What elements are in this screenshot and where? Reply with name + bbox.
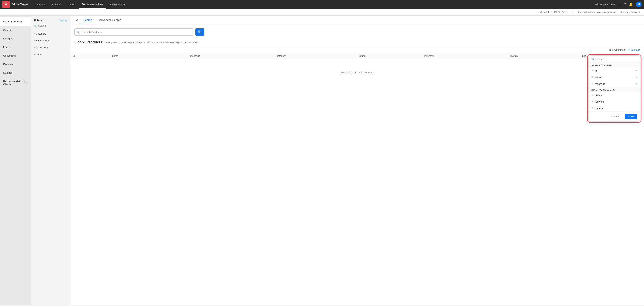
filter-search-box: 🔍 [31, 24, 70, 30]
filter-search-icon: 🔍 [34, 24, 37, 28]
col-id[interactable]: id [70, 53, 110, 59]
brand-name: Adobe Target [12, 3, 28, 6]
filter-category[interactable]: › Category [31, 30, 70, 37]
search-button[interactable]: 🔍 [196, 28, 204, 36]
back-button[interactable]: « [74, 16, 79, 24]
search-button-icon: 🔍 [198, 30, 202, 34]
sidebar-item-feeds[interactable]: Feeds [0, 43, 30, 52]
drag-handle-icon: ⠿ [592, 82, 593, 85]
main-layout: Catalog Search Criteria Designs Feeds Co… [0, 16, 644, 306]
remove-message-button[interactable]: × [636, 82, 637, 85]
remove-name-button[interactable]: × [636, 76, 637, 79]
sidebar-item-collections[interactable]: Collections [0, 52, 30, 60]
sidebar-item-catalog-search[interactable]: Catalog Search [0, 17, 30, 26]
drag-handle-icon: ⠿ [592, 70, 593, 72]
drag-handle-icon: ⠿ [592, 76, 593, 78]
col-category[interactable]: category [274, 53, 357, 59]
external-link-icon: ↗ [26, 82, 28, 84]
drag-handle-icon: ⠿ [592, 94, 593, 96]
nav-item-administration[interactable]: Administration [106, 0, 128, 9]
col-inventory[interactable]: inventory [422, 53, 508, 59]
search-products-input[interactable] [82, 30, 191, 34]
info-separator: | [572, 11, 572, 14]
columns-button[interactable]: ⊞ Columns [628, 48, 640, 52]
popover-search-input[interactable] [596, 58, 637, 60]
col-item-message[interactable]: ⠿ message × [589, 80, 640, 87]
nav-item-recommendations[interactable]: Recommendations [78, 0, 106, 9]
products-count: 0 of 51 Products [74, 40, 102, 44]
main-content: « Search Advanced Search 🔍 ▾ 🔍 0 of 51 P… [70, 16, 644, 306]
nav-item-offers[interactable]: Offers [66, 0, 78, 9]
top-navigation: A Adobe Target Activities Audiences Offe… [0, 0, 644, 9]
popover-footer: Cancel Save [589, 112, 640, 122]
filter-environment[interactable]: › Environment [31, 37, 70, 44]
filters-modify-button[interactable]: Modify [60, 19, 67, 22]
filters-title: Filters [34, 19, 42, 22]
environment-button[interactable]: ⚙ Environment [609, 48, 625, 52]
chevron-right-icon: › [34, 46, 34, 48]
info-bar: Mark Talbot - OBSERVER | Items in the Ca… [0, 9, 644, 16]
col-message[interactable]: message [188, 53, 274, 59]
cancel-button[interactable]: Cancel [608, 114, 623, 120]
observer-label: Mark Talbot - OBSERVER [540, 11, 567, 14]
chevron-right-icon: › [34, 40, 34, 42]
products-bar: 0 of 51 Products Catalog search updates … [70, 39, 644, 47]
col-margin[interactable]: margin [508, 53, 580, 59]
catalog-info: Items in the Catalog are available acros… [577, 11, 640, 14]
nav-items: Activities Audiences Offers Recommendati… [33, 0, 595, 9]
nav-right: adobe-ryan-roberts ⠿ ? 🔔 M [595, 2, 642, 7]
nav-item-audiences[interactable]: Audiences [48, 0, 66, 9]
filters-header: Filters Modify [31, 19, 70, 24]
sidebar-item-criteria[interactable]: Criteria [0, 26, 30, 34]
sidebar-item-designs[interactable]: Designs [0, 34, 30, 43]
search-input-wrapper: 🔍 ▾ [74, 28, 194, 36]
col-item-listprice[interactable]: ⠿ listPrice [589, 98, 640, 105]
col-brand[interactable]: brand [357, 53, 422, 59]
col-item-author[interactable]: ⠿ author [589, 92, 640, 98]
active-columns-title: ACTIVE COLUMNS [589, 63, 640, 68]
products-status: Catalog search updates started at Sep 14… [104, 41, 198, 44]
popover-search-icon: 🔍 [592, 58, 594, 60]
chevron-right-icon: › [34, 32, 34, 35]
sidebar-item-exclusions[interactable]: Exclusions [0, 60, 30, 68]
grid-icon[interactable]: ⠿ [618, 2, 621, 6]
col-item-id[interactable]: ⠿ id × [589, 68, 640, 74]
drag-handle-icon: ⠿ [592, 100, 593, 103]
nav-item-activities[interactable]: Activities [33, 0, 48, 9]
sidebar-item-settings[interactable]: Settings [0, 68, 30, 77]
columns-icon: ⊞ [628, 48, 630, 52]
gear-icon: ⚙ [609, 48, 611, 52]
adobe-logo: A [2, 1, 10, 8]
search-icon: 🔍 [76, 30, 80, 34]
sidebar-item-recommendations-classic[interactable]: Recommendations Classic ↗ [0, 77, 30, 88]
popover-search: 🔍 [589, 56, 640, 63]
col-name[interactable]: name ↑ [110, 53, 188, 59]
remove-id-button[interactable]: × [636, 69, 637, 72]
help-icon[interactable]: ? [624, 2, 626, 6]
sort-icon: ↑ [120, 55, 121, 57]
inactive-columns-title: INACTIVE COLUMNS [589, 87, 640, 92]
search-dropdown-icon[interactable]: ▾ [80, 31, 82, 33]
nav-username: adobe-ryan-roberts [595, 3, 615, 6]
chevron-right-icon: › [34, 54, 34, 56]
table-actions: ⚙ Environment ⊞ Columns [70, 47, 644, 53]
save-button[interactable]: Save [625, 114, 637, 120]
tab-advanced-search[interactable]: Advanced Search [96, 16, 124, 24]
data-table: id name ↑ message category brand [70, 53, 644, 86]
col-item-name[interactable]: ⠿ name × [589, 74, 640, 80]
tabs-bar: « Search Advanced Search [70, 16, 644, 24]
filter-collections[interactable]: › Collections [31, 44, 70, 51]
filters-panel: Filters Modify 🔍 › Category › Environmen… [31, 16, 70, 306]
filter-search-input[interactable] [38, 24, 68, 28]
col-item-material[interactable]: ⠿ material [589, 105, 640, 112]
notifications-icon[interactable]: 🔔 [629, 2, 633, 6]
tab-search[interactable]: Search [80, 16, 95, 24]
filter-price[interactable]: › Price [31, 51, 70, 58]
no-results: No search results were found [70, 59, 644, 86]
avatar[interactable]: M [636, 2, 642, 7]
search-area: 🔍 ▾ 🔍 [70, 24, 644, 39]
left-sidebar: Catalog Search Criteria Designs Feeds Co… [0, 16, 31, 306]
columns-popover: 🔍 ACTIVE COLUMNS ⠿ id × ⠿ name × ⠿ messa… [588, 55, 640, 122]
drag-handle-icon: ⠿ [592, 107, 593, 110]
